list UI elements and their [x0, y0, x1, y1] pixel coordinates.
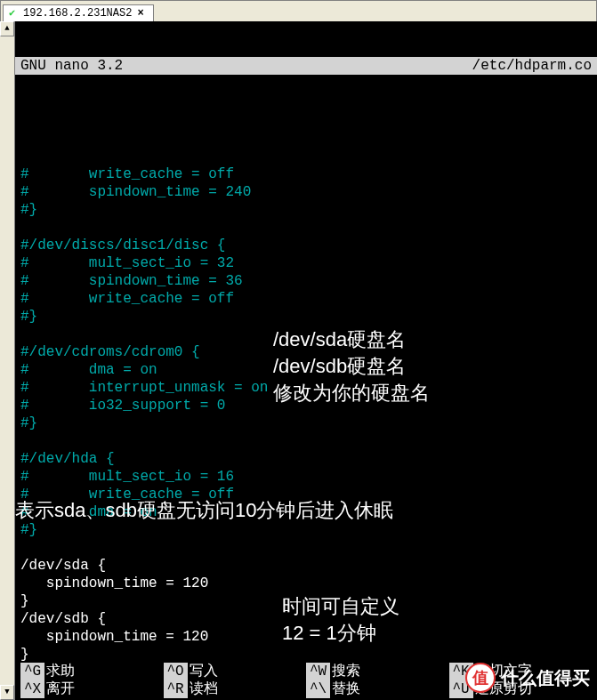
- session-tab[interactable]: ✔ 192.168.2.231NAS2 ×: [3, 4, 154, 21]
- file-line: # write_cache = off: [20, 290, 592, 308]
- file-line: # spindown_time = 36: [20, 272, 592, 290]
- menu-label: 离开: [46, 680, 75, 698]
- menu-item[interactable]: ^G求助: [20, 663, 164, 680]
- menu-key: ^X: [20, 680, 44, 698]
- file-line: # dma = on: [20, 361, 592, 379]
- file-line: # mult_sect_io = 16: [20, 468, 592, 486]
- file-line: /dev/sda {: [20, 557, 592, 575]
- editor-filepath: /etc/hdparm.co: [472, 57, 592, 75]
- terminal[interactable]: GNU nano 3.2 /etc/hdparm.co # write_cach…: [15, 21, 597, 700]
- file-line: [20, 539, 592, 557]
- menu-key: ^O: [164, 663, 188, 680]
- file-line: spindown_time = 120: [20, 628, 592, 646]
- menu-label: 求助: [46, 663, 75, 680]
- file-line: # write_cache = off: [20, 165, 592, 183]
- menu-item[interactable]: ^\替换: [306, 680, 449, 698]
- file-line: #/dev/cdroms/cdrom0 {: [20, 343, 592, 361]
- menu-item[interactable]: ^O写入: [164, 663, 307, 680]
- file-line: # interrupt_unmask = on: [20, 379, 592, 397]
- scroll-up-button[interactable]: ▲: [0, 21, 14, 36]
- menu-label: 替换: [332, 680, 360, 698]
- watermark-text: 什么值得买: [501, 666, 590, 690]
- editor-titlebar: GNU nano 3.2 /etc/hdparm.co: [15, 57, 597, 75]
- file-line: #}: [20, 308, 592, 326]
- file-line: #}: [20, 521, 592, 539]
- file-line: #}: [20, 201, 592, 219]
- editor-content[interactable]: # write_cache = off# spindown_time = 240…: [15, 110, 597, 700]
- vertical-scrollbar[interactable]: ▲ ▼: [0, 21, 15, 700]
- menu-label: 写入: [190, 663, 218, 680]
- file-line: # spindown_time = 240: [20, 183, 592, 201]
- menu-item[interactable]: ^R读档: [164, 680, 307, 698]
- file-line: /dev/sdb {: [20, 610, 592, 628]
- app-window: ✔ 192.168.2.231NAS2 × ▲ ▼ GNU nano 3.2 /…: [0, 0, 597, 700]
- file-line: [20, 219, 592, 237]
- file-line: #}: [20, 414, 592, 432]
- file-line: }: [20, 592, 592, 610]
- file-line: [20, 326, 592, 343]
- tab-close-button[interactable]: ×: [135, 7, 145, 20]
- file-line: [20, 432, 592, 450]
- tab-bar: ✔ 192.168.2.231NAS2 ×: [1, 1, 596, 22]
- file-line: # dma = on: [20, 503, 592, 521]
- watermark-badge-icon: 值: [465, 663, 496, 693]
- menu-key: ^\: [306, 680, 330, 698]
- scroll-down-button[interactable]: ▼: [0, 685, 14, 700]
- menu-item[interactable]: ^X离开: [20, 680, 164, 698]
- file-line: # io32_support = 0: [20, 397, 592, 414]
- menu-key: ^G: [20, 663, 44, 680]
- file-line: }: [20, 646, 592, 664]
- check-icon: ✔: [9, 8, 20, 19]
- file-line: #/dev/discs/disc1/disc {: [20, 237, 592, 254]
- menu-label: 搜索: [332, 663, 360, 680]
- menu-key: ^R: [164, 680, 188, 698]
- file-line: [20, 148, 592, 165]
- file-line: # write_cache = off: [20, 486, 592, 503]
- file-line: spindown_time = 120: [20, 575, 592, 592]
- file-line: #/dev/hda {: [20, 450, 592, 468]
- menu-label: 读档: [190, 680, 218, 698]
- editor-name: GNU nano 3.2: [20, 57, 123, 75]
- watermark: 值 什么值得买: [465, 663, 590, 693]
- menu-key: ^W: [306, 663, 330, 680]
- scroll-track[interactable]: [0, 36, 14, 685]
- tab-title: 192.168.2.231NAS2: [23, 7, 132, 20]
- file-line: # mult_sect_io = 32: [20, 254, 592, 272]
- menu-item[interactable]: ^W搜索: [306, 663, 449, 680]
